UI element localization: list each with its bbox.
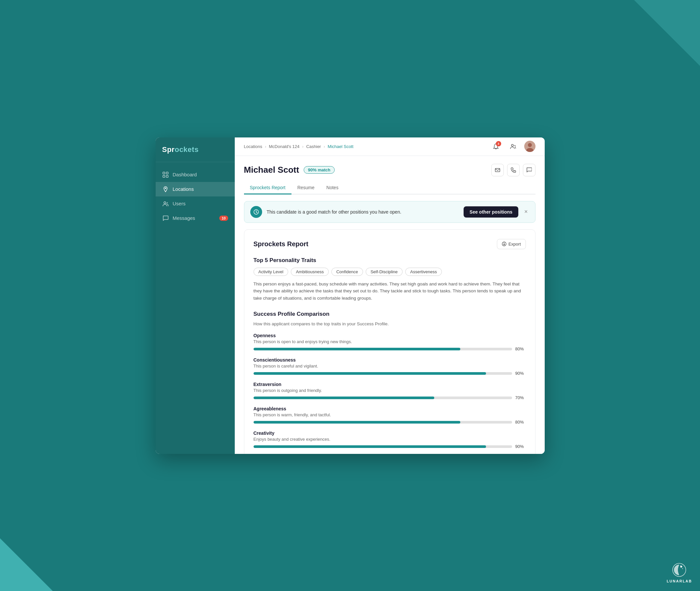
notification-badge: 3	[496, 141, 501, 146]
breadcrumb-sep-2: ›	[302, 144, 303, 149]
trait-tag-ambitiousness: Ambitiousness	[291, 268, 329, 276]
lunarlab-text: LUNARLAB	[667, 579, 692, 583]
progress-pct-conscientiousness: 90%	[515, 371, 526, 376]
trait-desc-extraversion: This person is outgoing and friendly.	[254, 388, 526, 393]
progress-fill-openness	[254, 348, 460, 350]
trait-name-creativity: Creativity	[254, 431, 526, 436]
trait-creativity: Creativity Enjoys beauty and creative ex…	[254, 431, 526, 449]
tab-notes[interactable]: Notes	[320, 182, 344, 194]
export-button[interactable]: Export	[497, 239, 526, 249]
success-profile-subtitle: How this applicant compares to the top t…	[254, 321, 526, 326]
top-header: Locations › McDonald's 124 › Cashier › M…	[235, 137, 545, 156]
avatar[interactable]	[524, 141, 535, 152]
progress-bg-conscientiousness	[254, 372, 512, 375]
sidebar: Sprockets Dashboard	[155, 137, 235, 454]
sidebar-item-messages[interactable]: Messages 10	[155, 211, 235, 225]
breadcrumb-mcdonalds[interactable]: McDonald's 124	[269, 144, 300, 149]
lunarlab-watermark: LUNARLAB	[667, 562, 692, 583]
header-actions: 3	[490, 140, 535, 152]
trait-conscientiousness: Conscientiousness This person is careful…	[254, 357, 526, 376]
trait-openness: Openness This person is open to and enjo…	[254, 333, 526, 351]
content-area: Michael Scott 90% match	[235, 156, 545, 454]
banner-close-button[interactable]: ×	[523, 207, 529, 216]
phone-button[interactable]	[507, 164, 520, 176]
progress-fill-creativity	[254, 445, 486, 448]
tabs: Sprockets Report Resume Notes	[244, 182, 535, 194]
tab-sprockets-report[interactable]: Sprockets Report	[244, 182, 292, 194]
trait-name-agreeableness: Agreeableness	[254, 406, 526, 411]
trait-desc-openness: This person is open to and enjoys trying…	[254, 339, 526, 344]
messages-badge: 10	[219, 215, 228, 221]
app-container: Sprockets Dashboard	[155, 137, 545, 454]
breadcrumb-candidate: Michael Scott	[328, 144, 354, 149]
trait-name-conscientiousness: Conscientiousness	[254, 357, 526, 363]
breadcrumb-locations[interactable]: Locations	[244, 144, 262, 149]
sidebar-item-label-users: Users	[173, 201, 186, 206]
svg-rect-9	[495, 169, 500, 172]
sidebar-item-label-dashboard: Dashboard	[173, 172, 197, 177]
progress-row-openness: 80%	[254, 346, 526, 351]
svg-point-14	[682, 568, 683, 569]
progress-fill-conscientiousness	[254, 372, 486, 375]
trait-tag-activity: Activity Level	[254, 268, 289, 276]
sidebar-item-locations[interactable]: Locations	[155, 182, 235, 196]
sidebar-nav: Dashboard Locations	[155, 162, 235, 454]
candidate-title: Michael Scott 90% match	[244, 165, 335, 175]
sidebar-item-dashboard[interactable]: Dashboard	[155, 168, 235, 182]
report-card: Sprockets Report Export Top 5 Personalit…	[244, 229, 535, 454]
sidebar-logo: Sprockets	[155, 137, 235, 162]
sidebar-item-label-locations: Locations	[173, 186, 194, 192]
trait-desc-conscientiousness: This person is careful and vigilant.	[254, 364, 526, 369]
candidate-contact-buttons	[491, 164, 535, 176]
breadcrumb: Locations › McDonald's 124 › Cashier › M…	[244, 144, 354, 149]
match-banner: This candidate is a good match for other…	[244, 201, 535, 223]
users-icon	[162, 200, 169, 207]
personality-description: This person enjoys a fast-paced, busy sc…	[254, 280, 526, 302]
trait-tags: Activity Level Ambitiousness Confidence …	[254, 268, 526, 276]
banner-icon	[250, 206, 262, 218]
progress-bg-creativity	[254, 445, 512, 448]
progress-row-extraversion: 70%	[254, 395, 526, 400]
see-other-positions-button[interactable]: See other positions	[463, 206, 518, 217]
svg-rect-0	[163, 172, 165, 174]
notification-button[interactable]: 3	[490, 140, 502, 152]
personality-section: Top 5 Personality Traits Activity Level …	[254, 257, 526, 302]
trait-agreeableness: Agreeableness This person is warm, frien…	[254, 406, 526, 424]
main-content: Locations › McDonald's 124 › Cashier › M…	[235, 137, 545, 454]
trait-name-openness: Openness	[254, 333, 526, 338]
sidebar-item-users[interactable]: Users	[155, 196, 235, 211]
report-card-header: Sprockets Report Export	[254, 239, 526, 249]
export-label: Export	[508, 242, 521, 247]
trait-tag-self-discipline: Self-Discipline	[366, 268, 402, 276]
logo: Sprockets	[162, 145, 228, 154]
message-button[interactable]	[523, 164, 535, 176]
progress-pct-creativity: 90%	[515, 444, 526, 449]
email-button[interactable]	[491, 164, 504, 176]
progress-bg-extraversion	[254, 397, 512, 399]
progress-row-agreeableness: 80%	[254, 419, 526, 424]
personality-section-title: Top 5 Personality Traits	[254, 257, 526, 264]
trait-desc-creativity: Enjoys beauty and creative experiences.	[254, 437, 526, 442]
trait-extraversion: Extraversion This person is outgoing and…	[254, 382, 526, 400]
team-button[interactable]	[507, 140, 519, 152]
trait-tag-assertiveness: Assertiveness	[405, 268, 442, 276]
candidate-header: Michael Scott 90% match	[244, 164, 535, 176]
match-badge: 90% match	[304, 166, 335, 174]
trait-tag-confidence: Confidence	[331, 268, 363, 276]
svg-rect-3	[166, 175, 168, 177]
progress-row-conscientiousness: 90%	[254, 371, 526, 376]
message-icon	[162, 215, 169, 221]
progress-fill-extraversion	[254, 397, 435, 399]
success-profile-section: Success Profile Comparison How this appl…	[254, 311, 526, 449]
svg-point-4	[164, 202, 166, 204]
progress-pct-extraversion: 70%	[515, 395, 526, 400]
svg-rect-1	[166, 172, 168, 174]
tab-resume[interactable]: Resume	[292, 182, 320, 194]
svg-point-7	[528, 143, 532, 147]
progress-bg-openness	[254, 348, 512, 350]
lunarlab-icon	[671, 562, 687, 578]
svg-point-5	[511, 144, 513, 146]
breadcrumb-sep-1: ›	[265, 144, 266, 149]
progress-row-creativity: 90%	[254, 444, 526, 449]
breadcrumb-cashier[interactable]: Cashier	[306, 144, 321, 149]
